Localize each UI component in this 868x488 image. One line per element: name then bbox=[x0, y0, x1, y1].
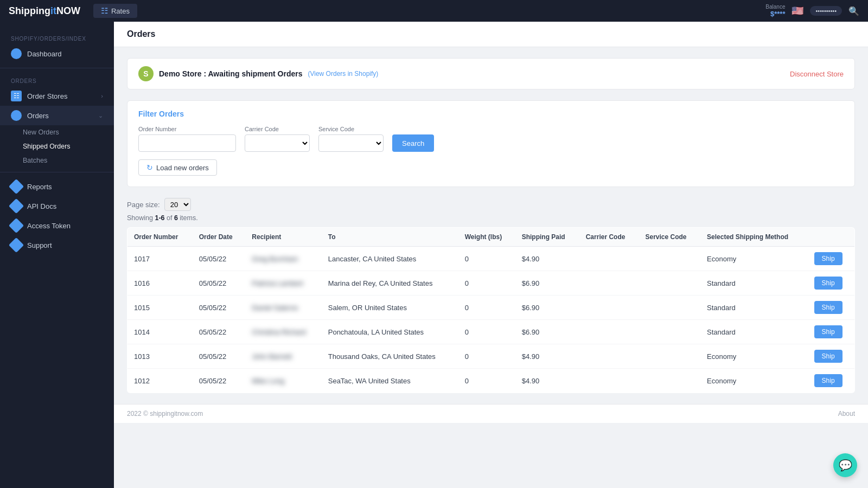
sidebar-item-batches[interactable]: Batches bbox=[23, 153, 114, 168]
table-body: 1017 05/05/22 Greg Burnham Lancaster, CA… bbox=[127, 247, 855, 393]
col-carrier-code: Carrier Code bbox=[579, 228, 639, 247]
cell-service-code bbox=[639, 271, 700, 296]
sidebar-item-order-stores[interactable]: ☷ Order Stores › bbox=[0, 86, 114, 106]
chat-bubble[interactable]: 💬 bbox=[833, 453, 857, 477]
balance-value: $**** bbox=[765, 10, 785, 18]
store-left: S Demo Store : Awaiting shipment Orders … bbox=[138, 66, 378, 81]
cell-shipping-paid: $6.90 bbox=[515, 271, 579, 296]
order-stores-icon: ☷ bbox=[11, 91, 22, 101]
sidebar: SHOPIFY/ORDERS/INDEX Dashboard ORDERS ☷ … bbox=[0, 22, 114, 488]
cell-service-code bbox=[639, 247, 700, 271]
cell-action: Ship bbox=[808, 344, 855, 369]
search-button[interactable]: Search bbox=[392, 134, 434, 152]
cell-shipping-paid: $4.90 bbox=[515, 369, 579, 393]
cell-shipping-method: Standard bbox=[700, 296, 808, 320]
cell-carrier-code bbox=[579, 296, 639, 320]
user-email[interactable]: •••••••••• bbox=[810, 6, 842, 16]
orders-submenu: New Orders Shipped Orders Batches bbox=[0, 125, 114, 168]
sidebar-divider-1 bbox=[0, 68, 114, 68]
ship-button[interactable]: Ship bbox=[814, 374, 843, 387]
cell-action: Ship bbox=[808, 271, 855, 296]
refresh-icon: ↻ bbox=[146, 163, 153, 172]
cell-recipient: Daniel Salerno bbox=[245, 296, 321, 320]
sidebar-section-shopify: SHOPIFY/ORDERS/INDEX bbox=[0, 30, 114, 44]
sidebar-item-api-docs[interactable]: API Docs bbox=[0, 196, 114, 216]
cell-weight: 0 bbox=[458, 344, 515, 369]
search-icon[interactable]: 🔍 bbox=[848, 6, 859, 16]
table-row: 1012 05/05/22 Mike Long SeaTac, WA Unite… bbox=[127, 369, 855, 393]
cell-shipping-method: Economy bbox=[700, 369, 808, 393]
page-title: Orders bbox=[127, 29, 855, 39]
ship-button[interactable]: Ship bbox=[814, 350, 843, 363]
topnav-right: Balance $**** 🇺🇸 •••••••••• 🔍 bbox=[765, 4, 859, 18]
sidebar-item-reports[interactable]: Reports bbox=[0, 177, 114, 196]
carrier-code-select[interactable] bbox=[245, 134, 310, 152]
col-weight: Weight (lbs) bbox=[458, 228, 515, 247]
copyright: 2022 © shippingitnow.com bbox=[127, 410, 203, 418]
order-number-input[interactable] bbox=[138, 134, 236, 152]
showing-total: 6 bbox=[174, 214, 178, 222]
cell-service-code bbox=[639, 344, 700, 369]
cell-order-number: 1013 bbox=[127, 344, 193, 369]
logo-highlight: it bbox=[50, 5, 56, 16]
about-link[interactable]: About bbox=[838, 410, 855, 418]
rates-tab[interactable]: ☷ Rates bbox=[93, 4, 137, 18]
cell-order-date: 05/05/22 bbox=[193, 271, 246, 296]
rates-tab-label: Rates bbox=[111, 7, 130, 15]
cell-recipient: John Barnett bbox=[245, 344, 321, 369]
cell-service-code bbox=[639, 369, 700, 393]
ship-button[interactable]: Ship bbox=[814, 252, 843, 265]
table-header: Order Number Order Date Recipient To Wei… bbox=[127, 228, 855, 247]
view-orders-shopify-link[interactable]: (View Orders in Shopify) bbox=[308, 70, 379, 78]
cell-carrier-code bbox=[579, 320, 639, 344]
cell-shipping-method: Standard bbox=[700, 320, 808, 344]
sidebar-item-orders[interactable]: Orders ⌄ bbox=[0, 106, 114, 125]
sidebar-item-access-token[interactable]: Access Token bbox=[0, 216, 114, 235]
cell-service-code bbox=[639, 320, 700, 344]
service-code-group: Service Code bbox=[318, 126, 384, 152]
chevron-right-icon: › bbox=[101, 93, 103, 99]
sidebar-item-shipped-orders[interactable]: Shipped Orders bbox=[23, 139, 114, 153]
cell-weight: 0 bbox=[458, 369, 515, 393]
cell-to: Lancaster, CA United States bbox=[322, 247, 458, 271]
cell-to: Thousand Oaks, CA United States bbox=[322, 344, 458, 369]
sidebar-item-new-orders[interactable]: New Orders bbox=[23, 125, 114, 139]
cell-shipping-method: Standard bbox=[700, 271, 808, 296]
chevron-down-icon: ⌄ bbox=[98, 112, 103, 119]
table-header-row: Order Number Order Date Recipient To Wei… bbox=[127, 228, 855, 247]
sidebar-item-dashboard[interactable]: Dashboard bbox=[0, 44, 114, 63]
service-code-select[interactable] bbox=[318, 134, 384, 152]
cell-order-date: 05/05/22 bbox=[193, 344, 246, 369]
store-name: Demo Store : Awaiting shipment Orders bbox=[159, 69, 303, 78]
page-size-select[interactable]: 20 bbox=[164, 198, 191, 211]
logo[interactable]: ShippingitNOW bbox=[9, 5, 80, 17]
cell-order-number: 1015 bbox=[127, 296, 193, 320]
cell-shipping-paid: $4.90 bbox=[515, 247, 579, 271]
cell-action: Ship bbox=[808, 320, 855, 344]
cell-order-number: 1014 bbox=[127, 320, 193, 344]
ship-button[interactable]: Ship bbox=[814, 325, 843, 338]
col-recipient: Recipient bbox=[245, 228, 321, 247]
reports-label: Reports bbox=[27, 183, 52, 191]
sidebar-item-support[interactable]: Support bbox=[0, 235, 114, 255]
cell-order-date: 05/05/22 bbox=[193, 296, 246, 320]
support-label: Support bbox=[27, 241, 52, 249]
disconnect-store-button[interactable]: Disconnect Store bbox=[790, 70, 844, 78]
filter-orders-section: Filter Orders Order Number Carrier Code … bbox=[127, 100, 855, 187]
cell-carrier-code bbox=[579, 369, 639, 393]
flag-icon: 🇺🇸 bbox=[792, 5, 803, 17]
footer: 2022 © shippingitnow.com About bbox=[114, 404, 868, 423]
cell-shipping-paid: $6.90 bbox=[515, 320, 579, 344]
col-to: To bbox=[322, 228, 458, 247]
cell-weight: 0 bbox=[458, 320, 515, 344]
ship-button[interactable]: Ship bbox=[814, 277, 843, 290]
cell-to: Salem, OR United States bbox=[322, 296, 458, 320]
access-token-label: Access Token bbox=[27, 222, 71, 230]
order-number-label: Order Number bbox=[138, 126, 236, 132]
cell-carrier-code bbox=[579, 271, 639, 296]
ship-button[interactable]: Ship bbox=[814, 301, 843, 314]
carrier-code-group: Carrier Code bbox=[245, 126, 310, 152]
showing-text: Showing 1-6 of 6 items. bbox=[127, 214, 855, 222]
cell-recipient: Patricia Lambert bbox=[245, 271, 321, 296]
load-new-orders-button[interactable]: ↻ Load new orders bbox=[138, 159, 217, 176]
